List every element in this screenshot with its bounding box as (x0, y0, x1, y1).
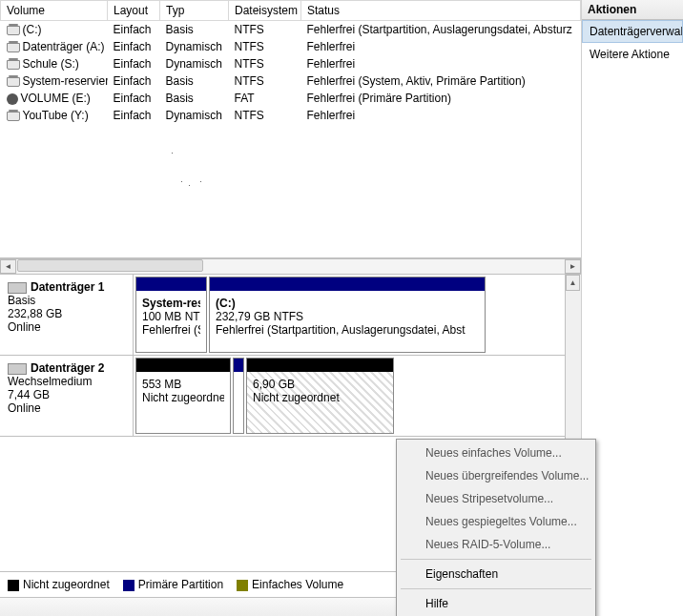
disk-info[interactable]: Datenträger 1Basis232,88 GBOnline (0, 275, 134, 355)
disk-icon (8, 363, 27, 375)
actions-item-diskmgmt[interactable]: Datenträgerverwaltu (582, 20, 683, 43)
partition-header (136, 359, 230, 372)
volume-row[interactable]: System-reserviertEinfachBasisNTFSFehlerf… (1, 72, 581, 90)
context-menu: Neues einfaches Volume...Neues übergreif… (396, 439, 596, 616)
scroll-right-icon[interactable]: ► (565, 259, 581, 274)
drive-icon (7, 77, 20, 87)
volume-row[interactable]: YouTube (Y:)EinfachDynamischNTFSFehlerfr… (1, 107, 581, 124)
partition-header (210, 277, 485, 291)
context-menu-item: Neues übergreifendes Volume... (399, 464, 593, 487)
disk-icon (8, 282, 27, 294)
drive-icon (7, 112, 20, 121)
partition-header (136, 277, 206, 291)
context-menu-properties[interactable]: Eigenschaften (399, 563, 593, 585)
partition[interactable]: 1 (233, 358, 244, 434)
col-status[interactable]: Status (301, 1, 581, 21)
actions-header: Aktionen (582, 0, 683, 20)
horizontal-scrollbar[interactable]: ◄ ► (0, 258, 581, 275)
legend-swatch-simple (237, 580, 248, 591)
disk-row: Datenträger 1Basis232,88 GBOnlineSystem-… (0, 275, 565, 356)
context-menu-help[interactable]: Hilfe (399, 592, 593, 615)
context-menu-item: Neues einfaches Volume... (399, 441, 593, 464)
scroll-left-icon[interactable]: ◄ (0, 259, 16, 274)
actions-panel: Aktionen Datenträgerverwaltu Weitere Akt… (582, 0, 683, 616)
volume-row[interactable]: Datenträger (A:)EinfachDynamischNTFSFehl… (1, 38, 581, 55)
disk-info[interactable]: Datenträger 2Wechselmedium7,44 GBOnline (0, 356, 134, 436)
drive-icon (7, 43, 20, 52)
scroll-up-icon[interactable]: ▲ (566, 275, 580, 291)
volume-table: Volume Layout Typ Dateisystem Status (C:… (0, 0, 581, 258)
actions-item-more[interactable]: Weitere Aktione (582, 43, 683, 66)
partition[interactable]: 553 MBNicht zugeordne (135, 358, 231, 434)
col-dateisystem[interactable]: Dateisystem (229, 1, 301, 21)
context-menu-item: Neues Stripesetvolume... (399, 487, 593, 510)
legend-swatch-unalloc (8, 580, 19, 591)
drive-icon (7, 60, 20, 70)
partition-header (234, 359, 243, 372)
col-volume[interactable]: Volume (1, 1, 108, 21)
partition-header (247, 359, 393, 372)
partition[interactable]: System-reservi100 MB NTFSFehlerfrei (Sys… (135, 277, 207, 353)
drive-icon (7, 93, 18, 105)
context-menu-item: Neues RAID-5-Volume... (399, 533, 593, 556)
volume-row[interactable]: VOLUME (E:)EinfachBasisFATFehlerfrei (Pr… (1, 90, 581, 107)
partition[interactable]: (C:)232,79 GB NTFSFehlerfrei (Startparti… (209, 277, 486, 353)
partition[interactable]: 6,90 GBNicht zugeordnet (246, 358, 394, 434)
legend-swatch-primary (123, 580, 135, 591)
context-menu-item: Neues gespiegeltes Volume... (399, 510, 593, 533)
drive-icon (7, 26, 20, 35)
volume-row[interactable]: Schule (S:)EinfachDynamischNTFSFehlerfre… (1, 55, 581, 72)
col-layout[interactable]: Layout (108, 1, 160, 21)
col-typ[interactable]: Typ (160, 1, 229, 21)
disk-row: Datenträger 2Wechselmedium7,44 GBOnline5… (0, 356, 565, 437)
volume-row[interactable]: (C:)EinfachBasisNTFSFehlerfrei (Startpar… (1, 21, 581, 39)
